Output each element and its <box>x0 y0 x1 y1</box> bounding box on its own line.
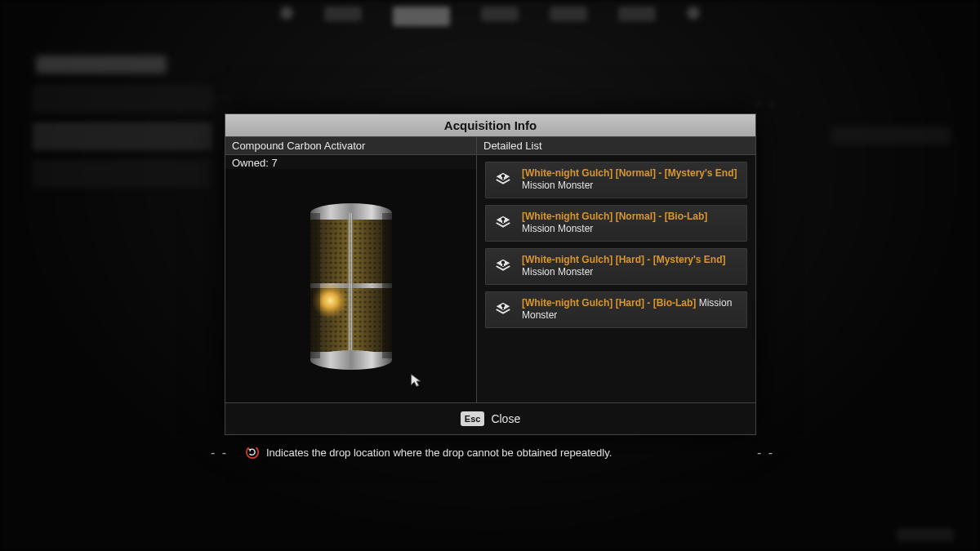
entry-source: Mission Monster <box>522 266 593 278</box>
background-section-title <box>36 56 167 73</box>
location-icon <box>494 214 512 232</box>
svg-point-17 <box>245 445 260 460</box>
background-side-list: - - <box>33 85 212 198</box>
detail-column: Detailed List [White-night Gulch] [Norma… <box>477 137 755 402</box>
entry-path: [White-night Gulch] [Hard] - [Mystery's … <box>522 254 726 265</box>
entry-text: [White-night Gulch] [Hard] - [Bio-Lab] M… <box>522 297 738 322</box>
repeat-drop-legend: Indicates the drop location where the dr… <box>245 445 612 460</box>
svg-point-16 <box>501 304 505 307</box>
close-button[interactable]: Esc Close <box>225 403 755 434</box>
modal-title: Acquisition Info <box>225 114 755 137</box>
entry-path: [White-night Gulch] [Normal] - [Bio-Lab] <box>522 211 707 222</box>
acquisition-entry[interactable]: [White-night Gulch] [Hard] - [Mystery's … <box>485 248 747 285</box>
svg-point-13 <box>501 174 505 177</box>
owned-count: Owned: 7 <box>225 155 476 169</box>
entry-source: Mission Monster <box>522 223 593 234</box>
cursor-icon <box>409 373 424 388</box>
item-canister-image <box>304 202 399 370</box>
location-icon <box>494 300 512 318</box>
item-column: Compound Carbon Activator Owned: 7 <box>225 137 477 402</box>
location-icon <box>494 171 512 189</box>
acquisition-entry[interactable]: [White-night Gulch] [Normal] - [Bio-Lab]… <box>485 205 747 242</box>
detailed-list-header: Detailed List <box>477 137 755 155</box>
item-name: Compound Carbon Activator <box>225 137 476 155</box>
acquisition-entry[interactable]: [White-night Gulch] [Normal] - [Mystery'… <box>485 162 747 198</box>
no-repeat-icon <box>245 445 260 460</box>
legend-text: Indicates the drop location where the dr… <box>266 447 612 459</box>
acquisition-list: [White-night Gulch] [Normal] - [Mystery'… <box>477 155 755 328</box>
background-right-panel <box>831 127 951 144</box>
svg-point-14 <box>501 217 505 220</box>
item-display <box>225 169 476 402</box>
decorative-dashes-left: - - <box>211 446 228 460</box>
background-bottom-right <box>897 528 954 541</box>
svg-point-15 <box>501 260 505 264</box>
svg-point-9 <box>310 350 392 370</box>
entry-text: [White-night Gulch] [Normal] - [Bio-Lab]… <box>522 211 738 235</box>
modal-columns: Compound Carbon Activator Owned: 7 <box>225 137 755 403</box>
entry-text: [White-night Gulch] [Hard] - [Mystery's … <box>522 254 738 278</box>
svg-rect-12 <box>382 213 392 358</box>
entry-source: Mission Monster <box>522 180 593 191</box>
decorative-dashes-right: - - <box>757 446 774 460</box>
entry-path: [White-night Gulch] [Hard] - [Bio-Lab] <box>522 297 696 309</box>
close-label: Close <box>491 412 520 425</box>
esc-keycap: Esc <box>461 411 485 426</box>
svg-rect-11 <box>310 213 320 358</box>
background-dots: - - <box>755 93 776 112</box>
entry-text: [White-night Gulch] [Normal] - [Mystery'… <box>522 167 738 192</box>
location-icon <box>494 257 512 275</box>
acquisition-entry[interactable]: [White-night Gulch] [Hard] - [Bio-Lab] M… <box>485 291 747 328</box>
entry-path: [White-night Gulch] [Normal] - [Mystery'… <box>522 167 737 179</box>
background-top-nav <box>0 7 980 31</box>
acquisition-info-modal: Acquisition Info Compound Carbon Activat… <box>225 113 756 435</box>
